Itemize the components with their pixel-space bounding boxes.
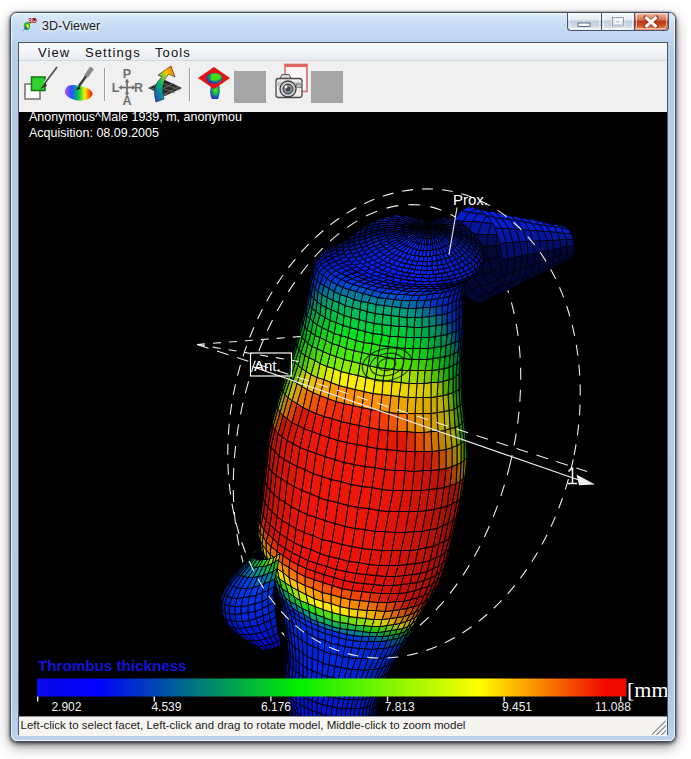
svg-text:2.902: 2.902 <box>51 700 81 714</box>
svg-text:11.088: 11.088 <box>595 700 631 714</box>
svg-text:3D: 3D <box>28 17 37 24</box>
svg-text:9.451: 9.451 <box>502 700 532 714</box>
svg-text:Acquisition: 08.09.2005: Acquisition: 08.09.2005 <box>29 126 159 140</box>
svg-text:[mm]: [mm] <box>627 676 667 701</box>
svg-text:Prox.: Prox. <box>453 190 488 207</box>
svg-text:Anonymous^Male 1939, m, anonym: Anonymous^Male 1939, m, anonymou <box>29 112 242 124</box>
svg-text:Thrombus thickness: Thrombus thickness <box>38 656 187 673</box>
svg-text:4.539: 4.539 <box>151 700 181 714</box>
svg-text:7.813: 7.813 <box>385 700 415 714</box>
svg-text:6.176: 6.176 <box>261 700 291 714</box>
svg-text:Ant.: Ant. <box>254 356 281 373</box>
